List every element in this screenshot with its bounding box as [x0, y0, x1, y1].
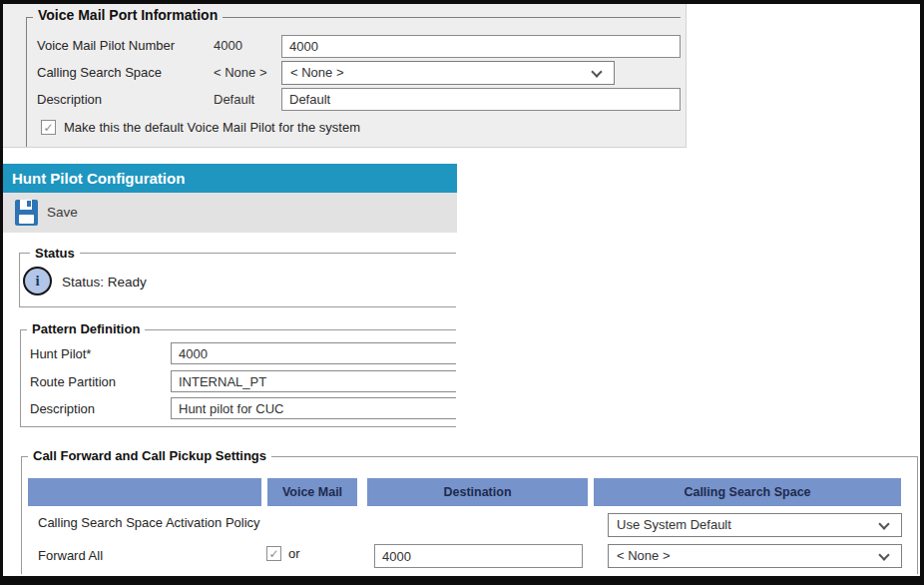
check-icon: ✓ — [42, 121, 55, 135]
save-button-label: Save — [47, 193, 78, 233]
page-title: Hunt Pilot Configuration — [3, 164, 457, 193]
calling-search-space-label: Calling Search Space — [37, 62, 162, 84]
description-current: Default — [214, 89, 254, 111]
floppy-disk-icon — [15, 200, 38, 226]
save-button[interactable]: Save — [3, 193, 113, 233]
calling-search-space-select-value: < None > — [290, 62, 344, 84]
forward-all-label: Forward All — [38, 545, 103, 567]
chevron-down-icon — [878, 549, 889, 560]
info-icon: i — [23, 267, 52, 295]
calling-search-space-select[interactable]: < None > — [281, 61, 615, 85]
floppy-shutter — [20, 200, 32, 210]
css-activation-policy-select-value: Use System Default — [617, 514, 731, 536]
pattern-description-input[interactable] — [171, 397, 456, 419]
toolbar: Save — [3, 193, 457, 233]
floppy-notch — [27, 201, 31, 207]
floppy-label — [19, 215, 34, 224]
description-label: Description — [37, 89, 102, 111]
call-forward-settings-legend: Call Forward and Call Pickup Settings — [28, 448, 271, 463]
voice-mail-pilot-number-label: Voice Mail Pilot Number — [37, 35, 175, 57]
voice-mail-port-information-legend: Voice Mail Port Information — [33, 7, 223, 23]
column-header-voice-mail: Voice Mail — [267, 478, 357, 506]
css-activation-policy-select[interactable]: Use System Default — [608, 513, 902, 537]
screenshot-frame: Voice Mail Port Information Voice Mail P… — [0, 0, 924, 585]
forward-all-css-select[interactable]: < None > — [608, 544, 902, 568]
pattern-definition-section: Pattern Definition Hunt Pilot* Route Par… — [20, 329, 456, 427]
call-forward-settings-section: Call Forward and Call Pickup Settings Vo… — [21, 456, 918, 574]
or-label: or — [288, 545, 300, 563]
status-message: Status: Ready — [62, 275, 147, 290]
chevron-down-icon — [591, 66, 602, 77]
column-header-calling-search-space: Calling Search Space — [594, 478, 901, 506]
fieldset-border — [26, 17, 27, 147]
route-partition-label: Route Partition — [30, 371, 116, 392]
forward-all-css-select-value: < None > — [617, 545, 671, 567]
css-activation-policy-label: Calling Search Space Activation Policy — [38, 512, 260, 534]
chevron-down-icon — [878, 518, 889, 529]
column-header-destination: Destination — [367, 478, 588, 506]
voice-mail-pilot-number-input[interactable] — [281, 35, 681, 58]
check-icon: ✓ — [267, 547, 280, 561]
description-input[interactable] — [281, 88, 681, 111]
default-voice-mail-pilot-checkbox-label: Make this the default Voice Mail Pilot f… — [64, 117, 360, 139]
default-voice-mail-pilot-checkbox[interactable]: ✓ — [41, 120, 56, 135]
column-header-blank — [28, 478, 261, 506]
pattern-definition-body: Hunt Pilot* Route Partition Description — [21, 330, 456, 426]
hunt-pilot-label: Hunt Pilot* — [30, 343, 91, 364]
status-section: Status i Status: Ready — [19, 253, 456, 307]
pattern-description-label: Description — [30, 398, 95, 419]
forward-all-destination-input[interactable] — [374, 544, 583, 568]
status-legend: Status — [30, 246, 80, 261]
voice-mail-port-information-panel: Voice Mail Port Information Voice Mail P… — [3, 4, 687, 148]
route-partition-input[interactable] — [171, 370, 456, 392]
forward-all-voice-mail-checkbox[interactable]: ✓ — [266, 546, 281, 561]
calling-search-space-current: < None > — [214, 62, 267, 84]
voice-mail-pilot-number-current: 4000 — [214, 35, 242, 57]
hunt-pilot-input[interactable] — [171, 342, 456, 364]
